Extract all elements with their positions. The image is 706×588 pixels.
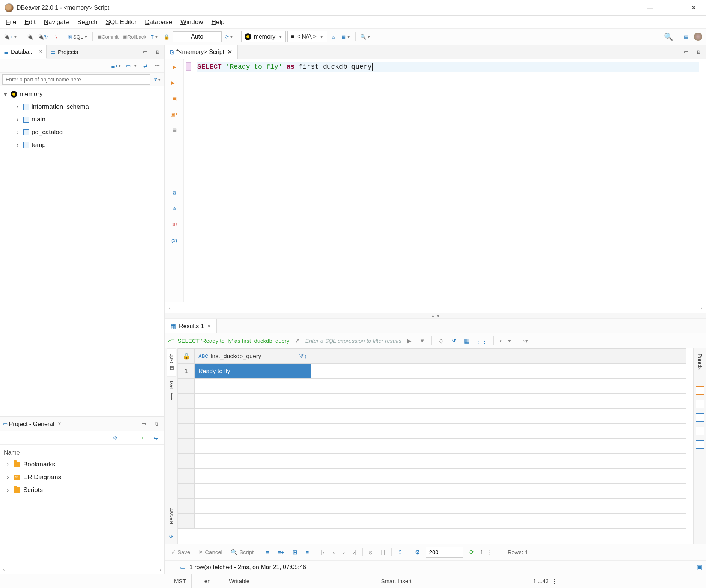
lock-icon[interactable]: 🔒	[162, 32, 171, 42]
columns-icon[interactable]: ⋮⋮	[475, 336, 489, 346]
new-folder-icon[interactable]: ▭+▾	[125, 61, 138, 71]
execute-new-tab-icon[interactable]: ▶+	[169, 77, 180, 88]
search-icon[interactable]: 🔍▼	[359, 32, 373, 42]
history-icon[interactable]: ⟳▼	[223, 32, 235, 42]
commit-button[interactable]: ▣ Commit	[96, 32, 120, 42]
export-icon[interactable]: ↥	[395, 548, 405, 556]
close-button[interactable]: ✕	[683, 0, 704, 16]
maximize-button[interactable]: ▢	[661, 0, 683, 16]
connect-icon[interactable]: 🔌	[25, 32, 35, 42]
menu-edit[interactable]: Edit	[21, 16, 39, 28]
calc-panel-icon[interactable]	[696, 413, 704, 422]
home-icon[interactable]: ⌂	[329, 32, 338, 42]
results-tab-1[interactable]: ▦Results 1✕	[165, 319, 217, 333]
proj-delete-icon[interactable]: —	[124, 433, 134, 443]
disconnect-icon[interactable]: ⧵	[51, 32, 61, 42]
proj-add-icon[interactable]: +	[137, 433, 147, 443]
menu-search[interactable]: Search	[74, 16, 101, 28]
minimize-panel-icon[interactable]: ▭	[140, 47, 150, 57]
project-item-bookmarks[interactable]: ›Bookmarks	[3, 458, 161, 471]
script-button[interactable]: 🔍 Script	[228, 548, 256, 556]
results-filter-input[interactable]: Enter a SQL expression to filter results	[305, 338, 402, 344]
editor-resizer[interactable]: ▲ ▼	[165, 313, 706, 319]
editor-save-icon[interactable]: 🗎	[169, 203, 180, 214]
beaver-icon[interactable]	[692, 32, 704, 42]
proj-settings-icon[interactable]: ⚙	[110, 433, 120, 443]
refs-panel-icon[interactable]	[696, 440, 704, 448]
menu-file[interactable]: File	[2, 16, 20, 28]
tab-projects[interactable]: ▭Projects	[47, 45, 82, 59]
rollback-button[interactable]: ▣ Rollback	[122, 32, 148, 42]
minimize-panel-icon[interactable]: ▭	[139, 419, 149, 429]
minimize-button[interactable]: —	[639, 0, 661, 16]
sql-editor[interactable]: SELECT 'Ready to fly' as first_duckdb_qu…	[184, 59, 706, 302]
global-search-icon[interactable]: 🔍	[662, 32, 675, 42]
connection-selector[interactable]: memory ▼	[241, 31, 286, 42]
add-row-icon[interactable]: ≡+	[275, 548, 287, 556]
table-row[interactable]: 1 Ready to fly	[178, 364, 686, 379]
results-grid[interactable]: 🔒 ABCfirst_duckdb_query⧩↕ 1 Ready to fly	[178, 348, 693, 544]
results-refresh-icon[interactable]: ⟳	[167, 531, 176, 542]
refresh-nav-icon[interactable]: ⇄	[140, 61, 150, 71]
column-header[interactable]: ABCfirst_duckdb_query⧩↕	[195, 349, 311, 364]
close-icon[interactable]: ✕	[207, 323, 211, 329]
cell-value[interactable]: Ready to fly	[195, 364, 311, 379]
result-settings-icon[interactable]: ⚙	[413, 548, 422, 556]
perspective-icon[interactable]: ▤	[681, 32, 691, 42]
fetch-size-input[interactable]	[426, 547, 463, 558]
restore-editor-icon[interactable]: ⧉	[693, 47, 703, 57]
explain-icon[interactable]: ▤	[169, 124, 180, 135]
menu-help[interactable]: Help	[208, 16, 228, 28]
project-item-scripts[interactable]: ›Scripts	[3, 484, 161, 496]
project-item-er-diagrams[interactable]: ›ᴱᴿER Diagrams	[3, 471, 161, 484]
nav-fwd-icon[interactable]: ⟶▾	[515, 336, 530, 346]
last-page-icon[interactable]: ›|	[351, 548, 359, 556]
first-page-icon[interactable]: |‹	[319, 548, 327, 556]
reconnect-icon[interactable]: 🔌↻	[36, 32, 50, 42]
tree-schema-pgcatalog[interactable]: ›pg_catalog	[2, 126, 162, 139]
refresh-icon[interactable]: ⟳	[467, 548, 476, 556]
tree-schema-temp[interactable]: ›temp	[2, 139, 162, 152]
editor-var-icon[interactable]: (x)	[169, 235, 180, 245]
filter-settings-icon[interactable]: ⧩	[449, 336, 459, 346]
save-button[interactable]: ✓ Save	[169, 548, 192, 556]
restore-panel-icon[interactable]: ⧉	[152, 47, 162, 57]
save-filter-icon[interactable]: ▦	[462, 336, 472, 346]
close-icon[interactable]: ✕	[36, 49, 42, 54]
tree-db-memory[interactable]: ▾memory	[2, 88, 162, 100]
menu-database[interactable]: Database	[141, 16, 176, 28]
prev-page-icon[interactable]: ‹	[330, 548, 337, 556]
minimize-editor-icon[interactable]: ▭	[681, 47, 691, 57]
expand-sql-icon[interactable]: ⤢	[293, 336, 302, 346]
menu-sql-editor[interactable]: SQL Editor	[102, 16, 141, 28]
clear-filter-icon[interactable]: ◇	[436, 336, 446, 346]
grouping-panel-icon[interactable]	[696, 400, 704, 408]
nav-filter-input[interactable]	[2, 74, 150, 85]
editor-tab-script[interactable]: ⎘*<memory> Script✕	[165, 45, 238, 59]
execute-icon[interactable]: ▶	[169, 62, 180, 72]
results-view-grid[interactable]: ▦ Grid	[167, 348, 176, 376]
execute-plan-icon[interactable]: ▣+	[169, 109, 180, 119]
panels-toggle[interactable]: Panels	[697, 351, 703, 372]
nav-back-icon[interactable]: ⟵▾	[498, 336, 512, 346]
tree-schema-main[interactable]: ›main	[2, 113, 162, 126]
tab-database-navigator[interactable]: ≣Databa...✕	[0, 45, 47, 59]
editor-settings-icon[interactable]: ⚙	[169, 188, 180, 198]
sql-editor-button[interactable]: ⎘ SQL▼	[67, 32, 89, 42]
edit-row-icon[interactable]: ≡	[264, 548, 272, 556]
new-connection-icon[interactable]: 🔌+▼	[2, 32, 19, 42]
metadata-panel-icon[interactable]	[696, 427, 704, 435]
auto-commit-select[interactable]: Auto	[173, 32, 222, 42]
cancel-button[interactable]: ☒ Cancel	[196, 548, 225, 556]
proj-link-icon[interactable]: ⇆	[151, 433, 161, 443]
tree-schema-information[interactable]: ›information_schema	[2, 100, 162, 113]
results-view-text[interactable]: ⟷ Text	[167, 376, 176, 405]
schema-selector[interactable]: ≡ < N/A > ▼	[287, 31, 327, 42]
restore-panel-icon[interactable]: ⧉	[152, 419, 161, 429]
dashboard-icon[interactable]: ▦▼	[340, 32, 352, 42]
close-icon[interactable]: ✕	[57, 421, 62, 427]
close-icon[interactable]: ✕	[227, 48, 232, 56]
maximize-results-icon[interactable]: ▣	[697, 564, 702, 571]
new-db-icon[interactable]: ≣+▾	[110, 61, 123, 71]
execute-script-icon[interactable]: ▣	[169, 93, 180, 104]
